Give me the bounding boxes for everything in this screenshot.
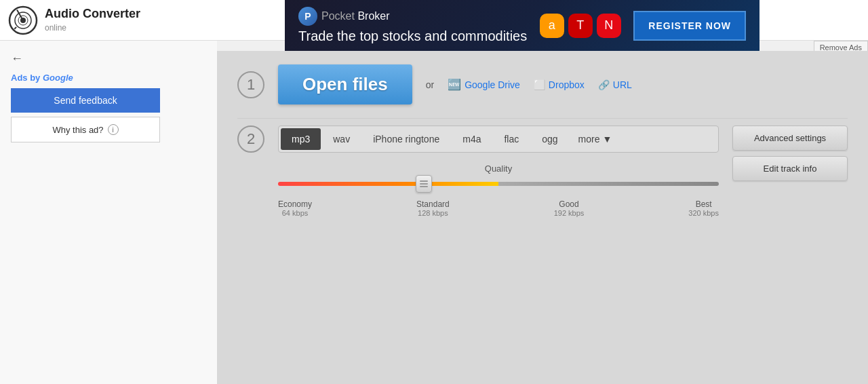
grip-line: [420, 180, 428, 182]
economy-label: Economy: [278, 199, 312, 209]
more-dropdown[interactable]: more ▼: [570, 128, 620, 150]
amazon-icon: a: [540, 14, 564, 38]
back-button[interactable]: ←: [11, 52, 23, 66]
logo-text: Audio Converter online: [45, 7, 140, 33]
grip-line: [420, 186, 428, 187]
quality-title: Quality: [278, 164, 719, 174]
chevron-down-icon: ▼: [603, 134, 612, 145]
ad-icons: a T N: [540, 14, 621, 38]
or-text: or: [426, 79, 434, 90]
right-buttons: Advanced settings Edit track info: [732, 126, 848, 181]
pocket-text: Pocket: [321, 10, 355, 22]
tab-flac[interactable]: flac: [493, 128, 530, 150]
app-subtitle: online: [45, 23, 66, 33]
tab-m4a[interactable]: m4a: [452, 128, 492, 150]
standard-label: Standard: [416, 199, 450, 209]
tab-mp3[interactable]: mp3: [281, 128, 321, 150]
svg-line-5: [14, 26, 16, 28]
send-feedback-button[interactable]: Send feedback: [11, 88, 160, 113]
url-label: URL: [613, 79, 632, 90]
best-kbps: 320 kbps: [688, 209, 719, 217]
quality-best: Best 320 kbps: [688, 199, 719, 217]
netflix-icon: N: [597, 14, 621, 38]
url-icon: 🔗: [598, 79, 610, 90]
google-drive-label: Google Drive: [465, 79, 520, 90]
pocket-broker-icon: P: [298, 7, 317, 26]
quality-labels: Economy 64 kbps Standard 128 kbps Good 1…: [278, 199, 719, 217]
slider-track: [278, 182, 719, 186]
quality-good: Good 192 kbps: [554, 199, 585, 217]
quality-container: Quality Economy: [278, 164, 719, 217]
advanced-settings-button[interactable]: Advanced settings: [732, 126, 848, 151]
google-drive-link[interactable]: 🆕 Google Drive: [448, 78, 520, 91]
slider-grip: [420, 180, 428, 187]
step2-main: mp3 wav iPhone ringtone m4a flac ogg mor…: [278, 126, 719, 217]
quality-economy: Economy 64 kbps: [278, 199, 312, 217]
grip-line: [420, 183, 428, 185]
ad-brand: Pocket Broker: [321, 10, 390, 22]
format-tabs: mp3 wav iPhone ringtone m4a flac ogg mor…: [278, 126, 719, 153]
good-kbps: 192 kbps: [554, 209, 585, 217]
google-drive-icon: 🆕: [448, 78, 461, 91]
best-label: Best: [696, 199, 712, 209]
register-now-button[interactable]: REGISTER NOW: [633, 11, 746, 41]
why-this-ad-text: Why this ad?: [52, 125, 103, 135]
quality-standard: Standard 128 kbps: [416, 199, 450, 217]
main-content: 1 Open files or 🆕 Google Drive ⬜ Dropbox…: [217, 51, 868, 384]
quality-slider-thumb[interactable]: [416, 175, 432, 193]
tesla-icon: T: [568, 14, 593, 38]
ad-logo: P Pocket Broker: [298, 7, 527, 26]
step2-section: 2 mp3 wav iPhone ringtone m4a flac ogg m…: [217, 119, 868, 231]
dropbox-label: Dropbox: [549, 79, 585, 90]
dropbox-link[interactable]: ⬜ Dropbox: [534, 79, 585, 90]
dropbox-icon: ⬜: [534, 79, 545, 90]
tab-wav[interactable]: wav: [322, 128, 361, 150]
ad-left: P Pocket Broker Trade the top stocks and…: [298, 7, 527, 44]
more-label: more: [578, 134, 600, 145]
header: Audio Converter online P Pocket Broker T…: [0, 0, 868, 41]
google-text: Google: [43, 73, 73, 83]
standard-kbps: 128 kbps: [416, 209, 450, 217]
open-files-button[interactable]: Open files: [278, 64, 412, 104]
url-link[interactable]: 🔗 URL: [598, 79, 632, 90]
info-icon: i: [108, 124, 119, 135]
slider-container: [278, 182, 719, 186]
ad-banner: P Pocket Broker Trade the top stocks and…: [285, 0, 760, 51]
step2-number: 2: [237, 126, 264, 153]
step1-section: 1 Open files or 🆕 Google Drive ⬜ Dropbox…: [217, 51, 868, 118]
good-label: Good: [559, 199, 578, 209]
svg-point-2: [20, 18, 26, 23]
broker-text: Broker: [357, 10, 389, 22]
why-this-ad-button[interactable]: Why this ad? i: [11, 117, 160, 142]
economy-kbps: 64 kbps: [278, 209, 312, 217]
edit-track-info-button[interactable]: Edit track info: [732, 156, 848, 181]
ad-tagline: Trade the top stocks and commodities: [298, 28, 527, 44]
tab-ogg[interactable]: ogg: [531, 128, 568, 150]
ads-by-google: Ads by Google: [11, 73, 206, 83]
ads-by-text: Ads by: [11, 73, 40, 83]
app-title: Audio Converter: [45, 7, 140, 21]
sidebar: ← Ads by Google Send feedback Why this a…: [0, 41, 217, 384]
step1-number: 1: [237, 71, 264, 98]
logo-icon: [8, 5, 38, 35]
tab-iphone-ringtone[interactable]: iPhone ringtone: [362, 128, 450, 150]
